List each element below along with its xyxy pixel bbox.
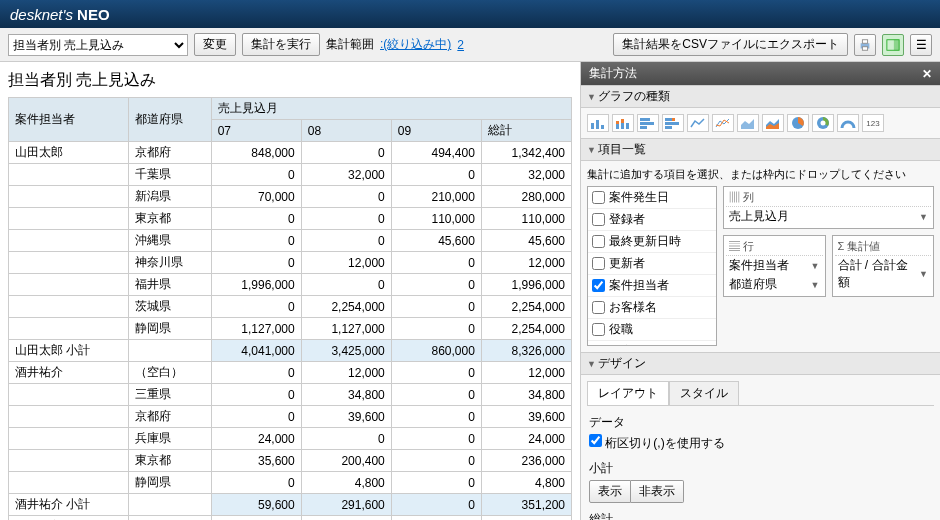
table-row[interactable]: 酒井祐介 小計59,600291,6000351,200	[9, 494, 572, 516]
chart-line-icon[interactable]	[687, 114, 709, 132]
field-item[interactable]: 最終更新日時	[588, 231, 716, 253]
table-row[interactable]: 山田太郎 小計4,041,0003,425,000860,0008,326,00…	[9, 340, 572, 362]
table-row[interactable]: 静岡県04,80004,800	[9, 472, 572, 494]
field-item[interactable]: 案件担当者	[588, 275, 716, 297]
drop-item[interactable]: 案件担当者▼	[726, 256, 823, 275]
col-08[interactable]: 08	[301, 120, 391, 142]
drop-item[interactable]: 売上見込月▼	[726, 207, 931, 226]
drop-item[interactable]: 都道府県▼	[726, 275, 823, 294]
group-subtotal-title: 小計	[589, 460, 932, 477]
svg-rect-12	[626, 123, 629, 129]
table-row[interactable]: 京都府039,600039,600	[9, 406, 572, 428]
table-row[interactable]: 小川麻美岡山県0032,00032,000	[9, 516, 572, 521]
close-icon[interactable]: ✕	[922, 67, 932, 81]
field-item[interactable]: 案件発生日	[588, 187, 716, 209]
field-item[interactable]: お客様名	[588, 297, 716, 319]
svg-rect-5	[591, 123, 594, 129]
table-row[interactable]: 静岡県1,127,0001,127,00002,254,000	[9, 318, 572, 340]
table-row[interactable]: 沖縄県0045,60045,600	[9, 230, 572, 252]
svg-rect-2	[862, 46, 867, 50]
filter-count[interactable]: 2	[457, 38, 464, 52]
svg-marker-20	[741, 119, 754, 129]
svg-rect-15	[640, 126, 647, 129]
col-pref[interactable]: 都道府県	[128, 98, 211, 142]
chart-donut-icon[interactable]	[812, 114, 834, 132]
table-row[interactable]: 千葉県032,000032,000	[9, 164, 572, 186]
table-row[interactable]: 三重県034,800034,800	[9, 384, 572, 406]
tab-style[interactable]: スタイル	[669, 381, 739, 405]
subtotal-show-button[interactable]: 表示	[589, 480, 631, 503]
print-icon[interactable]	[854, 34, 876, 56]
field-item[interactable]: 顧客メイン担当者	[588, 341, 716, 346]
panel-toggle-icon[interactable]	[882, 34, 904, 56]
export-csv-button[interactable]: 集計結果をCSVファイルにエクスポート	[613, 33, 848, 56]
range-label: 集計範囲	[326, 36, 374, 53]
chart-stacked-area-icon[interactable]	[762, 114, 784, 132]
svg-rect-11	[621, 119, 624, 123]
svg-rect-17	[672, 118, 675, 121]
col-09[interactable]: 09	[391, 120, 481, 142]
table-row[interactable]: 酒井祐介（空白）012,000012,000	[9, 362, 572, 384]
chart-stacked-bar-icon[interactable]	[612, 114, 634, 132]
table-row[interactable]: 新潟県70,0000210,000280,000	[9, 186, 572, 208]
side-panel: 集計方法 ✕ グラフの種類 123 項目一覧 集計に追加する項目を選択、または枠…	[580, 62, 940, 520]
table-row[interactable]: 神奈川県012,000012,000	[9, 252, 572, 274]
table-row[interactable]: 東京都00110,000110,000	[9, 208, 572, 230]
group-grandtotal-title: 総計	[589, 511, 932, 520]
settings-icon[interactable]: ☰	[910, 34, 932, 56]
table-row[interactable]: 福井県1,996,000001,996,000	[9, 274, 572, 296]
col-month-group[interactable]: 売上見込月	[211, 98, 571, 120]
table-row[interactable]: 兵庫県24,0000024,000	[9, 428, 572, 450]
filter-link[interactable]: :(絞り込み中)	[380, 36, 451, 53]
report-select[interactable]: 担当者別 売上見込み	[8, 34, 188, 56]
col-07[interactable]: 07	[211, 120, 301, 142]
logo: desknet's NEO	[10, 6, 110, 23]
field-list[interactable]: 案件発生日 登録者 最終更新日時 更新者 案件担当者 お客様名 役職 顧客メイン…	[587, 186, 717, 346]
svg-rect-9	[616, 121, 619, 124]
section-fields[interactable]: 項目一覧	[581, 138, 940, 161]
app-header: desknet's NEO	[0, 0, 940, 28]
chart-area-icon[interactable]	[737, 114, 759, 132]
col-total[interactable]: 総計	[481, 120, 571, 142]
col-owner[interactable]: 案件担当者	[9, 98, 129, 142]
chart-multiline-icon[interactable]	[712, 114, 734, 132]
svg-rect-19	[665, 126, 672, 129]
group-data-title: データ	[589, 414, 932, 431]
svg-rect-7	[601, 125, 604, 129]
svg-rect-6	[596, 120, 599, 129]
subtotal-hide-button[interactable]: 非表示	[631, 480, 684, 503]
drop-columns[interactable]: ▥ 列 売上見込月▼	[723, 186, 934, 229]
panel-title-bar: 集計方法 ✕	[581, 62, 940, 85]
chart-hbar-icon[interactable]	[637, 114, 659, 132]
drop-item[interactable]: 合計 / 合計金額▼	[835, 256, 932, 292]
svg-rect-1	[862, 39, 867, 43]
table-row[interactable]: 茨城県02,254,00002,254,000	[9, 296, 572, 318]
chart-bar-icon[interactable]	[587, 114, 609, 132]
chart-number-icon[interactable]: 123	[862, 114, 884, 132]
chart-hstacked-icon[interactable]	[662, 114, 684, 132]
tab-layout[interactable]: レイアウト	[587, 381, 669, 405]
field-note: 集計に追加する項目を選択、または枠内にドロップしてください	[587, 167, 934, 182]
svg-rect-14	[640, 122, 654, 125]
field-item[interactable]: 更新者	[588, 253, 716, 275]
svg-point-25	[821, 121, 826, 126]
svg-rect-18	[665, 122, 679, 125]
table-row[interactable]: 東京都35,600200,4000236,000	[9, 450, 572, 472]
change-button[interactable]: 変更	[194, 33, 236, 56]
field-item[interactable]: 登録者	[588, 209, 716, 231]
drop-rows[interactable]: ▤ 行 案件担当者▼都道府県▼	[723, 235, 826, 297]
drop-values[interactable]: Σ 集計値 合計 / 合計金額▼	[832, 235, 935, 297]
section-chart-type[interactable]: グラフの種類	[581, 85, 940, 108]
thousands-checkbox[interactable]: 桁区切り(,)を使用する	[589, 436, 725, 450]
chart-pie-icon[interactable]	[787, 114, 809, 132]
table-row[interactable]: 山田太郎京都府848,0000494,4001,342,400	[9, 142, 572, 164]
chart-gauge-icon[interactable]	[837, 114, 859, 132]
report-title: 担当者別 売上見込み	[8, 70, 572, 91]
section-design[interactable]: デザイン	[581, 352, 940, 375]
chart-type-icons: 123	[581, 108, 940, 138]
svg-rect-13	[640, 118, 650, 121]
svg-rect-4	[894, 39, 899, 50]
field-item[interactable]: 役職	[588, 319, 716, 341]
report-area: 担当者別 売上見込み 案件担当者 都道府県 売上見込月 07 08 09 総計 …	[0, 62, 580, 520]
run-aggregate-button[interactable]: 集計を実行	[242, 33, 320, 56]
